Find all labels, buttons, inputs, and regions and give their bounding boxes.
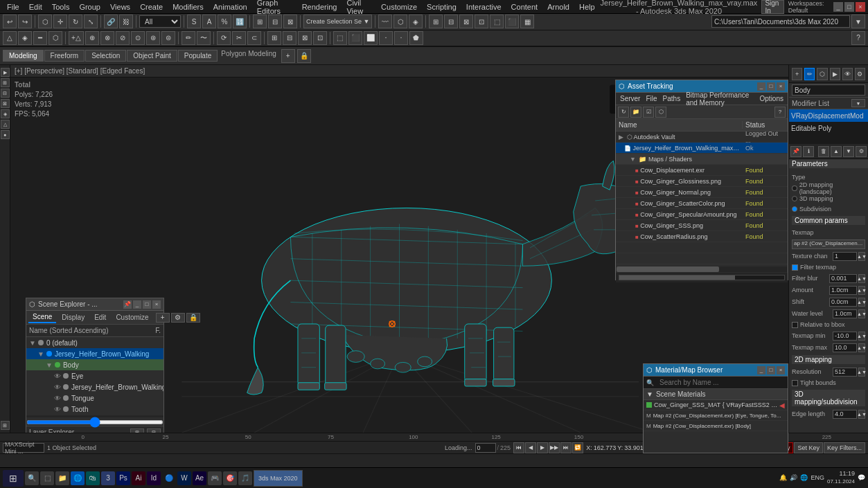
cmd-icon-modify[interactable]: ✏ (804, 68, 815, 80)
texmap-min-input[interactable] (833, 332, 857, 341)
at-menu-paths[interactable]: Paths (662, 95, 682, 102)
sidebar-btn-6[interactable]: △ (1, 120, 10, 129)
at-row-scatter-radius[interactable]: ■ Cow_ScatterRadius.png Found (616, 231, 788, 242)
at-menu-server[interactable]: Server (619, 95, 641, 102)
mb-close[interactable]: × (777, 366, 785, 374)
shift-input[interactable] (829, 298, 857, 307)
3d-subdivision-title[interactable]: 3D mapping/subdivision (792, 390, 865, 406)
edge-btn[interactable]: ━ (33, 31, 47, 45)
scene-tab-scene[interactable]: Scene (28, 311, 56, 323)
play-btn[interactable]: ▶ (537, 442, 548, 453)
menu-animation[interactable]: Animation (209, 1, 251, 12)
params-title[interactable]: Parameters (789, 159, 868, 168)
texture-chan-input[interactable] (833, 252, 857, 261)
go-end-btn[interactable]: ⏭ (560, 442, 572, 453)
at-row-specular[interactable]: ■ Cow_Ginger_SpecularAmount.png Found (616, 209, 788, 220)
browse-button[interactable]: ▼ (851, 15, 865, 28)
swift-loop-btn[interactable]: ⟳ (217, 31, 231, 45)
quickslice-btn[interactable]: ⊂ (247, 31, 261, 45)
taskbar-file-explorer[interactable]: 📁 (55, 471, 69, 485)
cmd-icon-utilities[interactable]: ⚙ (855, 68, 865, 80)
extra-btn3[interactable]: ⬜ (364, 31, 378, 45)
tight-bounds-checkbox[interactable] (792, 380, 798, 386)
key-filters-btn[interactable]: Key Filters... (824, 442, 865, 453)
texmap-min-spinner[interactable]: ▲▼ (858, 332, 865, 341)
array-button[interactable]: ⊠ (283, 15, 297, 28)
sidebar-btn-5[interactable]: ◈ (1, 109, 10, 118)
polygon-btn[interactable]: △ (3, 31, 17, 45)
menu-help[interactable]: Help (575, 1, 599, 12)
menu-tools[interactable]: Tools (48, 1, 74, 12)
extra-btn5[interactable]: ⬞ (394, 31, 408, 45)
sidebar-btn-1[interactable]: ▶ (1, 68, 10, 77)
at-row-maps-folder[interactable]: ▼ 📁 Maps / Shaders (616, 154, 788, 165)
set-key-btn[interactable]: Set Key (794, 442, 823, 453)
mod-up-icon[interactable]: ▲ (831, 146, 842, 157)
scene-item-jersey-main[interactable]: ▼ Jersey_Heifer_Brown_Walking (26, 348, 163, 359)
common-params-title[interactable]: Common params (792, 216, 865, 225)
taskbar-3dsmax[interactable]: 3 (101, 471, 115, 485)
undo-button[interactable]: ↩ (3, 15, 17, 28)
scene-explorer-maximize[interactable]: □ (143, 300, 151, 309)
at-row-jersey-file[interactable]: 📄 Jersey_Heifer_Brown_Walking_max_vray.m… (616, 143, 788, 154)
taskbar-indesign[interactable]: Id (147, 471, 161, 485)
menu-modifiers[interactable]: Modifiers (168, 1, 208, 12)
named-sel-button[interactable]: Create Selection Se ▼ (303, 15, 372, 28)
maximize-button[interactable]: □ (844, 2, 854, 12)
at-menu-file[interactable]: File (644, 95, 658, 102)
at-btn-help[interactable]: ? (774, 107, 786, 118)
at-row-vault[interactable]: ▶ ⬡ Autodesk Vault Logged Out ... (616, 132, 788, 143)
menu-edit[interactable]: Edit (25, 1, 46, 12)
curve-editor-button[interactable]: 〰 (378, 15, 392, 28)
menu-scripting[interactable]: Scripting (423, 1, 461, 12)
mb-titlebar[interactable]: ⬡ Material/Map Browser _ □ × (644, 364, 788, 377)
at-close[interactable]: × (777, 82, 785, 91)
taskbar-extra3[interactable]: 🎵 (238, 471, 252, 485)
viewport-btn6[interactable]: ⬛ (505, 15, 519, 28)
taskbar-store[interactable]: 🛍 (86, 471, 100, 485)
layer-btn1[interactable]: ⊞ (130, 428, 144, 433)
scene-tab-customize[interactable]: Customize (112, 312, 152, 323)
scene-tab-edit[interactable]: Edit (90, 312, 110, 323)
filter-blur-spinner[interactable]: ▲▼ (858, 274, 865, 283)
at-maximize[interactable]: □ (767, 82, 775, 91)
mb-minimize[interactable]: _ (757, 366, 765, 374)
tab-modeling[interactable]: Modeling (3, 50, 44, 62)
step-loop-btn[interactable]: ⊡ (313, 31, 327, 45)
2d-mapping-params-title[interactable]: 2D mapping (792, 355, 865, 364)
amount-input[interactable] (829, 286, 857, 295)
edge-length-spinner[interactable]: ▲▼ (858, 410, 865, 419)
mod-info-icon[interactable]: ℹ (803, 146, 814, 157)
edge-length-input[interactable] (833, 410, 857, 419)
add-tab-button[interactable]: + (281, 49, 295, 63)
scene-explorer-pin[interactable]: 📌 (123, 300, 132, 309)
select-move-button[interactable]: ✛ (53, 15, 67, 28)
mb-maximize[interactable]: □ (767, 366, 775, 374)
inset-btn[interactable]: ⊙ (131, 31, 145, 45)
resolution-spinner[interactable]: ▲▼ (858, 368, 865, 377)
relative-bbox-checkbox[interactable] (792, 322, 798, 328)
scene-toolbar-btn3[interactable]: 🔒 (186, 313, 200, 323)
scene-item-jersey-sub[interactable]: 👁 Jersey_Heifer_Brown_Walking (26, 381, 163, 392)
mb-item-sss-mat[interactable]: Cow_Ginger_SSS_MAT { VRayFastSSS2 } [Bod… (644, 400, 788, 410)
menu-customize[interactable]: Customize (377, 1, 421, 12)
rotate-button[interactable]: ↻ (69, 15, 82, 28)
at-row-glossiness[interactable]: ■ Cow_Ginger_Glossiness.png Found (616, 176, 788, 187)
layer-btn2[interactable]: ⊟ (147, 428, 161, 433)
mod-down-icon[interactable]: ▼ (843, 146, 854, 157)
amount-spinner[interactable]: ▲▼ (858, 286, 865, 295)
align-button[interactable]: ⊟ (268, 15, 282, 28)
at-btn-select[interactable]: ☑ (643, 107, 654, 118)
scene-item-tongue[interactable]: 👁 Tongue (26, 392, 163, 404)
resolution-input[interactable] (833, 368, 857, 377)
modifier-dropdown-btn[interactable]: ▼ (851, 99, 865, 107)
create-polygon-btn[interactable]: +△ (69, 31, 84, 45)
viewport-btn3[interactable]: ⊠ (459, 15, 473, 28)
select-button[interactable]: ⬡ (38, 15, 52, 28)
taskbar-illustrator[interactable]: Ai (132, 471, 145, 485)
taskbar-search[interactable]: 🔍 (25, 471, 39, 485)
viewport-btn2[interactable]: ⊟ (444, 15, 458, 28)
scene-explorer-minimize[interactable]: _ (133, 300, 141, 309)
at-btn-refresh[interactable]: ↻ (618, 107, 629, 118)
radio-2d-mapping[interactable] (792, 186, 797, 191)
